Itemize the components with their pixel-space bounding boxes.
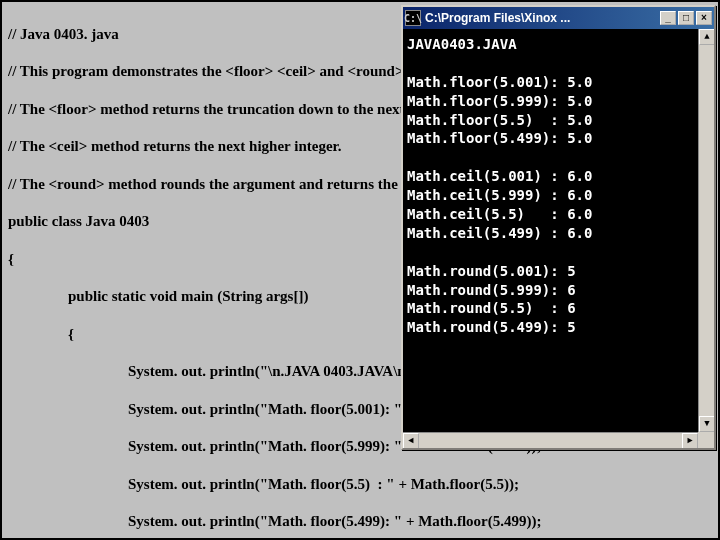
cmd-icon: C:\ <box>405 10 421 26</box>
maximize-button[interactable]: □ <box>678 11 694 25</box>
console-text: JAVA0403.JAVA Math.floor(5.001): 5.0 Mat… <box>407 35 710 337</box>
code-line: System. out. println("Math. floor(5.499)… <box>128 512 712 531</box>
close-button[interactable]: × <box>696 11 712 25</box>
window-title: C:\Program Files\Xinox ... <box>425 11 660 25</box>
scrollbar-corner <box>698 432 714 448</box>
horizontal-scrollbar[interactable]: ◄ ► <box>403 432 698 448</box>
titlebar[interactable]: C:\ C:\Program Files\Xinox ... _ □ × <box>403 7 714 29</box>
console-window: C:\ C:\Program Files\Xinox ... _ □ × JAV… <box>401 5 716 450</box>
scroll-down-button[interactable]: ▼ <box>699 416 714 432</box>
code-line: System. out. println("Math. floor(5.5) :… <box>128 475 712 494</box>
scroll-up-button[interactable]: ▲ <box>699 29 714 45</box>
console-output-area: JAVA0403.JAVA Math.floor(5.001): 5.0 Mat… <box>403 29 714 448</box>
scroll-right-button[interactable]: ► <box>682 433 698 448</box>
vertical-scrollbar[interactable]: ▲ ▼ <box>698 29 714 432</box>
minimize-button[interactable]: _ <box>660 11 676 25</box>
scroll-left-button[interactable]: ◄ <box>403 433 419 448</box>
